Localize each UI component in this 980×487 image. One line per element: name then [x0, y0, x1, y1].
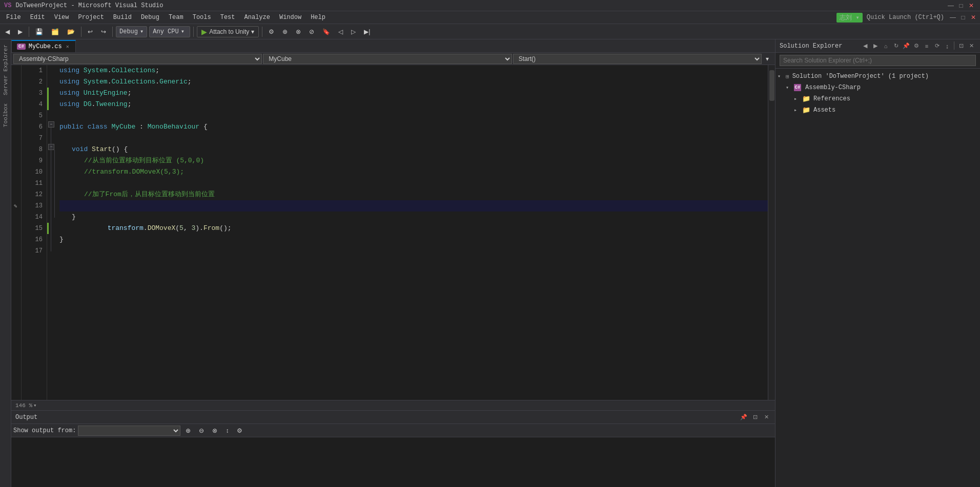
collapse-class-btn[interactable]: – [48, 121, 54, 128]
toolbar-redo[interactable]: ↪ [98, 27, 109, 36]
toolbar-nav-2[interactable]: ▷ [348, 27, 359, 36]
solution-explorer-title-bar: Solution Explorer ◀ ▶ ⌂ ↻ 📌 ⚙ ≡ ⟳ ↨ ⊡ ✕ [775, 39, 980, 53]
line-12: 12 [24, 189, 43, 200]
toolbar-debug-3[interactable]: ⊗ [293, 27, 304, 36]
toolbar-nav-1[interactable]: ◁ [335, 27, 346, 36]
zoom-dropdown-icon[interactable]: ▾ [33, 402, 37, 409]
line-numbers: 1 2 3 4 5 6 7 8 9 10 11 12 13 14 15 16 1 [22, 65, 47, 400]
struct-line-method [54, 150, 55, 218]
nav-expand-btn[interactable]: ▾ [763, 54, 773, 64]
se-sync-btn[interactable]: ⟳ [932, 41, 942, 51]
output-panel: Output 📌 ⊡ ✕ Show output from: ⊕ ⊖ ⊗ ↕ ⚙ [11, 410, 775, 487]
toolbar-debug-2[interactable]: ⊕ [279, 27, 291, 36]
toolbar-open[interactable]: 📂 [64, 27, 78, 36]
toolbar-undo[interactable]: ↩ [85, 27, 96, 36]
menu-project[interactable]: Project [74, 13, 108, 22]
code-line-3: using UnityEngine; [59, 88, 768, 99]
se-float-btn[interactable]: ⊡ [956, 41, 966, 51]
se-collapse-all-btn[interactable]: ↨ [943, 41, 952, 51]
toolbar-forward[interactable]: ▶ [15, 27, 26, 36]
output-tool-3[interactable]: ⊗ [209, 426, 220, 435]
code-editor[interactable]: ✎ 1 2 3 4 5 6 7 8 9 10 11 12 13 [11, 65, 775, 400]
show-output-label: Show output from: [13, 427, 76, 434]
menu-build[interactable]: Build [109, 13, 136, 22]
output-pin-btn[interactable]: 📌 [739, 413, 748, 422]
platform-arrow: ▾ [181, 28, 185, 35]
toolbar-debug-1[interactable]: ⚙ [266, 27, 277, 36]
toolbar-bookmark[interactable]: 🔖 [319, 27, 333, 36]
tree-assets[interactable]: ▸ 📁 Assets [775, 104, 980, 116]
toolbar-nav-3[interactable]: ▶| [361, 27, 373, 36]
se-home-btn[interactable]: ⌂ [881, 41, 890, 51]
debug-mode-label: Debug [119, 28, 138, 35]
tab-mycube-cs[interactable]: C# MyCube.cs ✕ [11, 40, 76, 52]
se-forward-btn[interactable]: ▶ [871, 41, 880, 51]
output-tool-1[interactable]: ⊕ [182, 426, 194, 435]
menu-edit[interactable]: Edit [26, 13, 49, 22]
se-close-btn[interactable]: ✕ [967, 41, 976, 51]
code-line-17 [59, 245, 768, 257]
toolbar-sep-1 [29, 27, 29, 37]
tree-solution[interactable]: ▾ ⊞ Solution 'DoTweenProject' (1 project… [775, 71, 980, 82]
output-close-btn[interactable]: ✕ [762, 413, 771, 422]
toolbar-debug-4[interactable]: ⊘ [306, 27, 317, 36]
output-tool-2[interactable]: ⊖ [196, 426, 207, 435]
output-toolbar: Show output from: ⊕ ⊖ ⊗ ↕ ⚙ [11, 424, 775, 437]
se-search-input[interactable] [780, 55, 976, 66]
output-tool-5[interactable]: ⚙ [234, 426, 246, 435]
se-search-area [775, 53, 980, 69]
code-content[interactable]: using System.Collections; using System.C… [55, 65, 768, 400]
platform-dropdown[interactable]: Any CPU ▾ [149, 26, 190, 37]
code-line-8: void Start() { [59, 144, 768, 155]
menu-file[interactable]: File [2, 13, 25, 22]
debug-mode-dropdown[interactable]: Debug ▾ [116, 26, 147, 37]
scroll-thumb[interactable] [769, 70, 774, 101]
tab-close-button[interactable]: ✕ [65, 43, 70, 50]
menu-help[interactable]: Help [307, 13, 330, 22]
sidebar-server-explorer[interactable]: Server Explorer [1, 41, 10, 98]
output-float-btn[interactable]: ⊡ [750, 413, 760, 422]
code-line-2: using System.Collections.Generic; [59, 76, 768, 88]
tree-assembly-csharp[interactable]: ▾ C# Assembly-CSharp [775, 82, 980, 93]
tb-close[interactable]: ✕ [969, 13, 978, 22]
assembly-dropdown[interactable]: Assembly-CSharp [13, 54, 262, 64]
solution-tree: ▾ ⊞ Solution 'DoTweenProject' (1 project… [775, 69, 980, 487]
output-content [11, 437, 775, 487]
close-button[interactable]: ✕ [967, 1, 976, 10]
toolbar-save[interactable]: 💾 [32, 27, 46, 36]
class-dropdown[interactable]: MyCube [263, 54, 512, 64]
tree-references[interactable]: ▸ 📁 References [775, 93, 980, 104]
sidebar-toolbox[interactable]: Toolbox [1, 100, 10, 130]
output-source-dropdown[interactable] [78, 426, 180, 436]
toolbar-save-all[interactable]: 🗂️ [48, 27, 62, 36]
menu-view[interactable]: View [50, 13, 73, 22]
se-filter-btn[interactable]: ≡ [922, 41, 931, 51]
menu-tools[interactable]: Tools [189, 13, 215, 22]
collapse-method-btn[interactable]: – [48, 144, 54, 150]
menu-test[interactable]: Test [216, 13, 239, 22]
toolbar-back[interactable]: ◀ [2, 27, 13, 36]
menu-debug[interactable]: Debug [137, 13, 164, 22]
menu-analyze[interactable]: Analyze [240, 13, 274, 22]
output-title: Output [15, 414, 37, 421]
maximize-button[interactable]: □ [956, 1, 966, 10]
line-14: 14 [24, 211, 43, 223]
se-settings-btn[interactable]: ⚙ [912, 41, 921, 51]
attach-to-unity-button[interactable]: ▶ Attach to Unity ▾ [197, 26, 259, 37]
nav-bar: Assembly-CSharp MyCube Start() ▾ [11, 53, 775, 65]
toolbar-sep-2 [81, 27, 81, 37]
se-refresh-btn[interactable]: ↻ [891, 41, 901, 51]
references-folder-icon: 📁 [802, 95, 810, 103]
se-back-btn[interactable]: ◀ [861, 41, 870, 51]
assembly-arrow-icon: ▾ [786, 84, 792, 91]
menu-window[interactable]: Window [275, 13, 305, 22]
method-dropdown[interactable]: Start() [513, 54, 762, 64]
output-tool-4[interactable]: ↕ [222, 426, 232, 435]
vertical-scrollbar[interactable] [768, 65, 775, 400]
tb-minimize[interactable]: — [948, 13, 957, 22]
tb-maximize[interactable]: □ [958, 13, 968, 22]
solution-vs-icon: ⊞ [786, 73, 789, 80]
menu-team[interactable]: Team [165, 13, 188, 22]
minimize-button[interactable]: — [946, 1, 955, 10]
se-pin-btn[interactable]: 📌 [902, 41, 911, 51]
